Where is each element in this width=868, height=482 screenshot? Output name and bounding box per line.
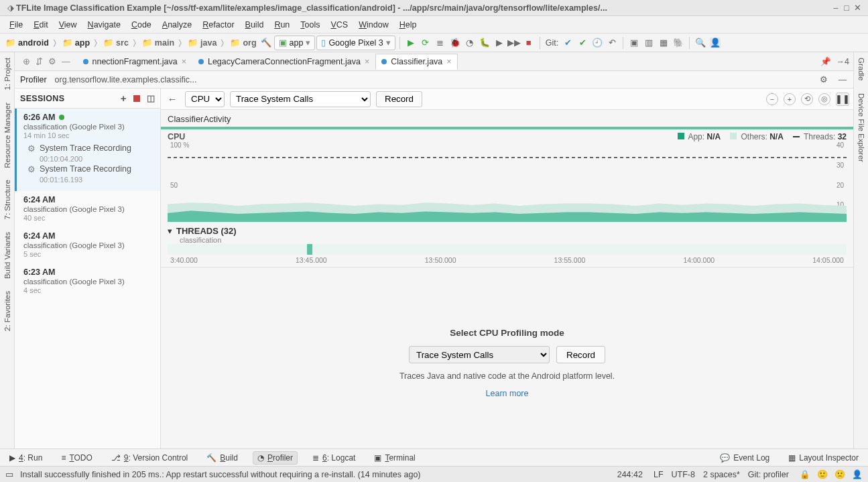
menu-run[interactable]: Run [270, 19, 294, 31]
pinned-tab-icon[interactable]: 📌 [816, 56, 835, 66]
window-minimize-icon[interactable]: – [830, 3, 841, 13]
mode-record-button[interactable]: Record [556, 346, 605, 363]
avd-manager-icon[interactable]: ▣ [629, 38, 639, 48]
bottom-tab-todo[interactable]: ≡TODO [57, 452, 96, 464]
breadcrumb-item[interactable]: 📁main [139, 38, 185, 48]
gutter-tab-gradle[interactable]: Gradle [857, 56, 865, 82]
stop-session-icon[interactable] [133, 95, 140, 102]
bottom-tab-vcs[interactable]: ⎇9: Version Control [107, 452, 192, 464]
resource-manager-icon[interactable]: ▦ [658, 38, 669, 48]
man-icon[interactable]: 👤 [852, 469, 863, 479]
gutter-tab-7-structure[interactable]: 7: Structure [3, 178, 11, 221]
window-close-icon[interactable]: ✕ [852, 3, 863, 13]
menu-window[interactable]: Window [355, 19, 392, 31]
bottom-tab-event-log[interactable]: 💬Event Log [716, 452, 773, 464]
coverage-icon[interactable]: ▶ [494, 38, 505, 48]
lock-icon[interactable]: 🔒 [800, 469, 810, 479]
device-selector[interactable]: ▯ Google Pixel 3 ▾ [316, 36, 395, 50]
metric-select[interactable]: CPU [185, 91, 225, 107]
menu-tools[interactable]: Tools [296, 19, 324, 31]
editor-tab[interactable]: nnectionFragment.java× [77, 54, 192, 70]
bottom-tab-profiler[interactable]: ◔Profiler [253, 451, 298, 465]
git-commit-icon[interactable]: ✔ [577, 38, 588, 48]
run-anything-icon[interactable]: ▶▶ [509, 38, 519, 48]
apply-code-icon[interactable]: ≣ [435, 38, 446, 48]
recording-item[interactable]: ⚙System Trace Recording00:10:04.200 [27, 143, 153, 164]
user-icon[interactable]: 👤 [710, 38, 721, 48]
session-item[interactable]: 6:24 AMclassification (Google Pixel 3)40… [15, 191, 160, 227]
smile-icon[interactable]: 🙂 [817, 469, 828, 479]
layout-icon[interactable]: ◫ [147, 93, 155, 103]
git-rollback-icon[interactable]: ↶ [607, 38, 617, 48]
git-update-icon[interactable]: ✔ [562, 38, 573, 48]
attach-debugger-icon[interactable]: 🐛 [479, 38, 490, 48]
breadcrumb-item[interactable]: 📁src [101, 38, 139, 48]
menu-file[interactable]: File [5, 19, 27, 31]
close-icon[interactable]: × [446, 57, 451, 66]
editor-tab[interactable]: Classifier.java× [375, 54, 457, 70]
caret-position[interactable]: 244:42 [617, 470, 643, 479]
menu-view[interactable]: View [55, 19, 81, 31]
session-item[interactable]: 6:26 AMclassification (Google Pixel 3)14… [15, 109, 160, 191]
status-chip[interactable]: Git: profiler [744, 470, 793, 479]
tab-overflow-label[interactable]: →4 [836, 57, 853, 66]
sync-gradle-icon[interactable]: 🐘 [673, 38, 684, 48]
add-session-icon[interactable]: + [121, 93, 127, 104]
threads-strip[interactable] [168, 244, 847, 255]
mode-select[interactable]: Trace System Calls [409, 346, 550, 363]
status-chip[interactable]: UTF-8 [668, 470, 699, 479]
learn-more-link[interactable]: Learn more [486, 389, 529, 398]
zoom-in-icon[interactable]: + [784, 93, 796, 105]
status-chip[interactable]: 2 spaces* [699, 470, 744, 479]
menu-code[interactable]: Code [127, 19, 156, 31]
bottom-tab-build[interactable]: 🔨Build [202, 452, 242, 464]
git-history-icon[interactable]: 🕘 [592, 38, 603, 48]
search-everywhere-icon[interactable]: 🔍 [695, 38, 706, 48]
record-button[interactable]: Record [376, 91, 422, 107]
gutter-tab-1-project[interactable]: 1: Project [3, 56, 11, 92]
breadcrumb-item[interactable]: 📁android [3, 38, 60, 48]
status-icon[interactable]: ▭ [5, 469, 13, 479]
collapse-icon[interactable]: ⇵ [36, 56, 43, 66]
cpu-chart[interactable]: 100 % 50 40 30 20 10 [168, 141, 847, 222]
session-item[interactable]: 6:23 AMclassification (Google Pixel 3)4 … [15, 263, 160, 300]
menu-help[interactable]: Help [395, 19, 421, 31]
gear-icon[interactable]: ⚙ [48, 56, 56, 66]
menu-edit[interactable]: Edit [29, 19, 52, 31]
minimize-icon[interactable]: — [837, 75, 848, 84]
gear-icon[interactable]: ⚙ [818, 74, 829, 84]
bottom-tab-logcat[interactable]: ≣6: Logcat [308, 452, 359, 464]
run-config-selector[interactable]: ▣ app ▾ [274, 36, 316, 50]
hammer-icon[interactable]: 🔨 [261, 38, 271, 48]
breadcrumb-item[interactable]: 📁java [185, 38, 227, 48]
breadcrumb-item[interactable]: 📁org [227, 38, 257, 48]
close-icon[interactable]: × [365, 57, 369, 66]
bottom-tab-terminal[interactable]: ▣Terminal [370, 452, 419, 464]
sdk-manager-icon[interactable]: ▥ [643, 38, 654, 48]
menu-refactor[interactable]: Refactor [198, 19, 238, 31]
gutter-tab-build-variants[interactable]: Build Variants [3, 231, 11, 280]
bottom-tab-layout-inspector[interactable]: ▦Layout Inspector [784, 452, 863, 464]
gutter-tab-resource-manager[interactable]: Resource Manager [3, 101, 11, 170]
back-button[interactable]: ← [165, 93, 180, 105]
pause-icon[interactable]: ❚❚ [836, 93, 849, 106]
window-maximize-icon[interactable]: □ [841, 3, 852, 13]
gutter-tab-2-favorites[interactable]: 2: Favorites [3, 290, 11, 333]
menu-vcs[interactable]: VCS [327, 19, 353, 31]
run-icon[interactable]: ▶ [406, 38, 416, 48]
breadcrumb-item[interactable]: 📁app [60, 38, 101, 48]
menu-navigate[interactable]: Navigate [84, 19, 125, 31]
zoom-reset-icon[interactable]: ⟲ [801, 93, 813, 105]
status-chip[interactable]: LF [649, 470, 668, 479]
stop-icon[interactable]: ■ [523, 38, 534, 48]
session-item[interactable]: 6:24 AMclassification (Google Pixel 3)5 … [15, 227, 160, 263]
bottom-tab-run[interactable]: ▶4: Run [5, 452, 46, 464]
process-name[interactable]: org.tensorflow.lite.examples.classific..… [55, 75, 197, 84]
trace-mode-select[interactable]: Trace System Calls [230, 91, 371, 107]
gutter-tab-device-file-explorer[interactable]: Device File Explorer [857, 92, 865, 164]
zoom-sel-icon[interactable]: ◎ [818, 93, 830, 105]
frown-icon[interactable]: 🙁 [834, 469, 845, 479]
hide-icon[interactable]: — [62, 57, 70, 66]
menu-build[interactable]: Build [241, 19, 268, 31]
close-icon[interactable]: × [182, 57, 186, 66]
